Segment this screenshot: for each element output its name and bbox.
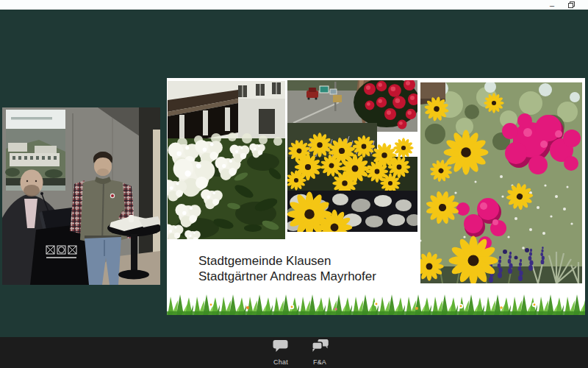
chat-bubble-icon bbox=[273, 339, 289, 356]
dual-chat-bubbles-icon bbox=[312, 339, 329, 356]
slide-photo-hydrangeas bbox=[168, 81, 285, 239]
webinar-window: – bbox=[0, 0, 588, 368]
presentation-slide: Stadtgemeinde Klausen Stadtgärtner Andre… bbox=[167, 78, 585, 315]
chat-button-label: Chat bbox=[273, 358, 288, 366]
slide-caption: Stadtgemeinde Klausen Stadtgärtner Andre… bbox=[198, 253, 376, 284]
restore-window-icon[interactable] bbox=[564, 0, 578, 10]
presenter-video-scene bbox=[2, 107, 160, 285]
slide-caption-line2: Stadtgärtner Andreas Mayrhofer bbox=[198, 269, 376, 284]
slide-photo-mixed-flowerbed bbox=[420, 82, 582, 283]
webinar-toolbar: Chat F&A bbox=[0, 337, 588, 368]
qa-button[interactable]: F&A bbox=[304, 339, 336, 366]
slide-caption-line1: Stadtgemeinde Klausen bbox=[198, 253, 376, 269]
minimize-icon[interactable]: – bbox=[545, 0, 559, 10]
qa-button-label: F&A bbox=[313, 358, 326, 366]
webinar-stage: Stadtgemeinde Klausen Stadtgärtner Andre… bbox=[0, 10, 588, 337]
slide-photo-rudbeckia-bed bbox=[287, 80, 417, 232]
titlebar: – bbox=[0, 0, 588, 10]
chat-button[interactable]: Chat bbox=[265, 339, 297, 366]
grass-border bbox=[167, 293, 585, 315]
presenter-video bbox=[2, 107, 160, 285]
